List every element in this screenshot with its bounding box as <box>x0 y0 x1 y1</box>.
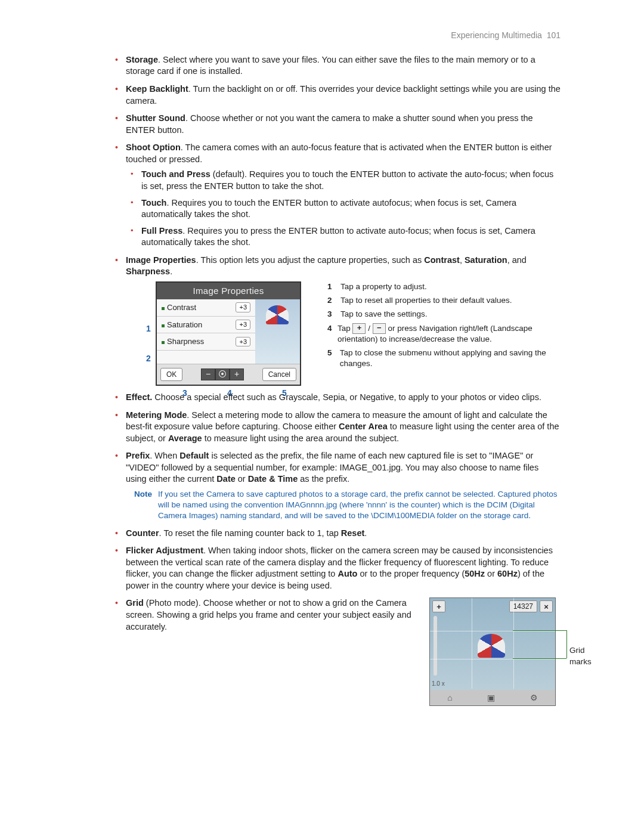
prop-saturation[interactable]: Saturation +3 <box>157 317 255 334</box>
t: . <box>364 528 367 538</box>
bold: Default <box>179 451 209 460</box>
t: , and <box>507 255 527 265</box>
body: . Select where you want to save your fil… <box>126 55 535 76</box>
text: Tap + / − or press Navigation right/left… <box>338 323 561 345</box>
heading: Storage <box>126 55 158 64</box>
property-list: Contrast +3 Saturation +3 Sharpness +3 <box>157 299 255 364</box>
home-icon[interactable]: ⌂ <box>447 692 452 704</box>
t: or <box>236 474 248 484</box>
num: 2 <box>327 295 336 306</box>
value: +3 <box>236 302 250 312</box>
bold: Date <box>216 474 235 484</box>
label: Sharpness <box>167 337 204 346</box>
t: to measure light using the area around t… <box>202 433 399 443</box>
num: 3 <box>327 309 336 320</box>
bold: Sharpness <box>126 267 170 276</box>
parachute-icon <box>478 634 505 658</box>
num: 4 <box>327 323 333 345</box>
bullet-storage: Storage. Select where you want to save y… <box>110 54 561 78</box>
note-body: If you set the Camera to save captured p… <box>158 489 561 522</box>
sub-touch-and-press: Touch and Press (default). Requires you … <box>126 169 561 192</box>
legend-item: 4 Tap + / − or press Navigation right/le… <box>327 323 561 345</box>
heading: Image Properties <box>126 255 196 265</box>
prop-sharpness[interactable]: Sharpness +3 <box>157 333 255 351</box>
grid-text: Grid (Photo mode). Choose whether or not… <box>126 597 417 633</box>
value: +3 <box>236 337 250 347</box>
page-header: Experiencing Multimedia 101 <box>110 30 561 41</box>
bullet-grid: Grid (Photo mode). Choose whether or not… <box>110 597 561 706</box>
prop-contrast[interactable]: Contrast +3 <box>157 299 255 317</box>
plus-button[interactable]: + <box>230 368 244 380</box>
prefix-note: Note If you set the Camera to save captu… <box>134 489 561 522</box>
num: 1 <box>327 281 336 292</box>
t: or <box>485 569 497 578</box>
bullet-metering: Metering Mode. Select a metering mode to… <box>110 410 561 445</box>
main-bullet-list: Storage. Select where you want to save y… <box>110 54 561 706</box>
text: Tap a property to adjust. <box>340 281 427 292</box>
reset-button[interactable]: ⦿ <box>215 368 230 380</box>
heading: Touch <box>141 198 166 208</box>
bold: Date & Time <box>248 474 298 484</box>
bold: Center Area <box>339 422 388 431</box>
section-name: Experiencing Multimedia <box>451 30 542 40</box>
legend-item: 1Tap a property to adjust. <box>327 281 561 292</box>
bullet-prefix: Prefix. When Default is selected as the … <box>110 450 561 521</box>
t: . <box>170 267 172 276</box>
gear-icon[interactable]: ⚙ <box>530 692 538 704</box>
shoot-sub-list: Touch and Press (default). Requires you … <box>126 169 561 248</box>
close-button[interactable]: × <box>540 600 553 612</box>
legend-item: 5Tap to close the submenu without applyi… <box>327 348 561 369</box>
image-properties-legend: 1Tap a property to adjust. 2Tap to reset… <box>327 281 561 373</box>
grid-line <box>472 598 472 689</box>
heading: Effect. <box>126 392 152 402</box>
t: , <box>460 255 465 265</box>
body: . The camera comes with an auto-focus fe… <box>126 143 552 164</box>
camera-icon[interactable]: ▣ <box>487 692 495 704</box>
heading: Shoot Option <box>126 143 181 152</box>
camera-bottom-bar: ⌂ ▣ ⚙ <box>430 690 555 705</box>
minus-button[interactable]: − <box>201 368 215 380</box>
body: . Turn the backlight on or off. This ove… <box>126 84 561 106</box>
bold: Average <box>168 433 202 443</box>
grid-marks-label: Grid marks <box>569 645 592 667</box>
sub-full-press: Full Press. Requires you to press the EN… <box>126 225 561 249</box>
bullet-counter: Counter. To reset the file naming counte… <box>110 528 561 540</box>
t: / <box>366 324 372 333</box>
image-properties-panel: Image Properties Contrast +3 Saturation … <box>156 281 301 386</box>
t: . To reset the file naming counter back … <box>159 528 341 538</box>
preview-pane <box>255 299 300 364</box>
sub-touch: Touch. Requires you to touch the ENTER b… <box>126 197 561 221</box>
bold: 60Hz <box>497 569 518 578</box>
ok-button[interactable]: OK <box>160 368 182 381</box>
bold: Reset <box>341 528 365 538</box>
t: as the prefix. <box>298 474 349 484</box>
heading: Prefix <box>126 451 150 460</box>
text: Tap to save the settings. <box>340 309 428 320</box>
bullet-backlight: Keep Backlight. Turn the backlight on or… <box>110 83 561 107</box>
bold: Auto <box>338 569 357 578</box>
body: . Choose whether or not you want the cam… <box>126 113 533 135</box>
zoom-in-button[interactable]: + <box>432 600 445 612</box>
t: or to the proper frequency ( <box>357 569 465 578</box>
cancel-button[interactable]: Cancel <box>262 368 296 381</box>
zoom-level: 1.0 x <box>432 680 445 688</box>
bold: 50Hz <box>465 569 485 578</box>
zoom-slider[interactable] <box>434 616 437 676</box>
image-properties-figure: 1 2 Image Properties Contrast +3 Saturat… <box>156 281 311 386</box>
label: Contrast <box>167 303 196 312</box>
num: 5 <box>327 348 335 369</box>
grid-line <box>430 659 555 659</box>
bold: Contrast <box>424 255 460 265</box>
t: Tap <box>338 324 353 333</box>
bold: Saturation <box>465 255 507 265</box>
value-stepper: − ⦿ + <box>201 368 244 380</box>
value: +3 <box>236 320 250 330</box>
body: Choose a special effect such as Grayscal… <box>152 392 541 402</box>
note-label: Note <box>134 489 152 522</box>
panel-controls: OK − ⦿ + Cancel <box>157 364 300 385</box>
bullet-image-properties: Image Properties. This option lets you a… <box>110 255 561 386</box>
leader-line <box>566 630 567 658</box>
image-properties-figure-row: 1 2 Image Properties Contrast +3 Saturat… <box>156 281 561 386</box>
heading: Grid <box>126 598 144 608</box>
legend-item: 2Tap to reset all properties to their de… <box>327 295 561 306</box>
